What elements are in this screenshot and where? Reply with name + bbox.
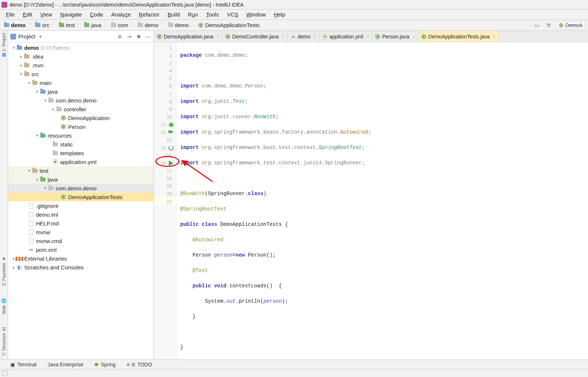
menu-tools[interactable]: Tools — [202, 11, 222, 18]
line-number: 18 — [154, 176, 174, 181]
tw-javaee[interactable]: Java Enterprise — [48, 362, 83, 367]
tree-person[interactable]: CPerson — [8, 122, 154, 131]
menu-run[interactable]: Run — [184, 11, 202, 18]
build-button[interactable]: ▭ — [533, 21, 541, 29]
class-icon: C — [61, 194, 66, 199]
stripe-structure[interactable]: 7: Structure☰ — [1, 326, 7, 356]
tw-terminal[interactable]: ▣Terminal — [10, 362, 37, 367]
locate-icon[interactable]: ⊕ — [117, 34, 123, 40]
tree-java1[interactable]: ▾java — [8, 87, 154, 96]
tab-demo-maven[interactable]: mdemo× — [288, 31, 319, 42]
folder-icon — [24, 72, 29, 76]
hammer-icon[interactable]: ⚒ — [544, 21, 552, 29]
tree-mvn[interactable]: ▸.mvn — [8, 61, 154, 70]
crumb-tests[interactable]: CDemoApplicationTests — [196, 22, 261, 28]
md-icon — [29, 221, 33, 226]
folder-icon — [53, 151, 58, 155]
tab-demoapplication[interactable]: CDemoApplication.java× — [154, 31, 222, 42]
tree-test[interactable]: ▾test — [8, 166, 154, 175]
tree-java2[interactable]: ▾java — [8, 175, 154, 184]
tree-idea[interactable]: ▸.idea — [8, 52, 154, 61]
test-folder-icon — [40, 178, 45, 182]
tree-iml[interactable]: demo.iml — [8, 210, 154, 219]
menubar: File Edit View Navigate Code Analyze Ref… — [0, 10, 588, 20]
tree-appyml[interactable]: application.yml — [8, 157, 154, 166]
tree-pkg2[interactable]: ▾com.demo.demo — [8, 184, 154, 193]
file-icon — [29, 229, 33, 235]
project-view-title[interactable]: Project — [18, 33, 36, 40]
tree-resources[interactable]: ▾resources — [8, 131, 154, 140]
close-icon[interactable]: × — [493, 34, 496, 39]
crumb-com[interactable]: com — [109, 22, 130, 28]
menu-window[interactable]: Window — [243, 11, 269, 18]
menu-analyze[interactable]: Analyze — [107, 11, 134, 18]
close-icon[interactable]: × — [313, 34, 316, 39]
settings-icon[interactable]: ✱ — [136, 34, 142, 40]
spring-icon — [53, 159, 58, 164]
tw-spring[interactable]: Spring — [94, 362, 115, 367]
class-icon: C — [559, 23, 564, 27]
tree-controller[interactable]: ▸controller — [8, 105, 154, 113]
menu-view[interactable]: View — [37, 11, 56, 18]
bean-icon[interactable] — [168, 145, 174, 151]
file-icon — [29, 203, 33, 209]
tab-application-yml[interactable]: application.yml× — [319, 31, 372, 42]
close-icon[interactable]: × — [282, 34, 285, 39]
crumb-demo[interactable]: demo — [2, 22, 27, 28]
line-number: 1 — [154, 45, 174, 51]
menu-build[interactable]: Build — [164, 11, 183, 18]
dropdown-icon[interactable]: ▼ — [38, 34, 42, 39]
close-icon[interactable]: × — [366, 34, 369, 39]
tree-scratches[interactable]: ▸◐Scratches and Consoles — [8, 263, 154, 272]
intellij-icon — [1, 2, 7, 8]
run-config[interactable]: C DemoA — [556, 22, 585, 29]
tw-todo[interactable]: ≡6: TODO — [127, 362, 152, 367]
menu-navigate[interactable]: Navigate — [56, 11, 85, 18]
menu-file[interactable]: File — [2, 11, 18, 18]
line-number: 2 — [154, 53, 174, 58]
crumb-test[interactable]: test — [57, 22, 76, 28]
stripe-project[interactable]: 1: Project — [1, 33, 7, 57]
stripe-web[interactable]: Web🌐 — [1, 298, 7, 314]
tab-demoapplicationtests[interactable]: CDemoApplicationTests.java× — [418, 31, 499, 42]
collapse-icon[interactable]: ⇥ — [126, 34, 132, 40]
tree-pom[interactable]: mpom.xml — [8, 245, 154, 254]
run-test-icon[interactable] — [168, 160, 174, 166]
tree-root[interactable]: ▾ demoD:\Y2\demo — [8, 43, 154, 52]
tab-person[interactable]: CPerson.java× — [372, 31, 418, 42]
close-icon[interactable]: × — [412, 34, 415, 39]
stripe-favorites[interactable]: 2: Favorites★ — [1, 256, 7, 286]
menu-edit[interactable]: Edit — [19, 11, 36, 18]
close-icon[interactable]: × — [216, 34, 219, 39]
run-class-icon[interactable] — [168, 130, 174, 135]
menu-code[interactable]: Code — [86, 11, 107, 18]
hide-icon[interactable]: — — [145, 34, 151, 40]
tree-mvnwcmd[interactable]: mvnw.cmd — [8, 236, 154, 245]
tab-democontroller[interactable]: CDemoController.java× — [222, 31, 288, 42]
tree-src[interactable]: ▾src — [8, 70, 154, 78]
project-panel: Project ▼ ⊕ ⇥ ✱ — ▾ demoD:\Y2\demo ▸.ide… — [8, 31, 154, 359]
crumb-java[interactable]: java — [82, 22, 103, 28]
tree-gitignore[interactable]: .gitignore — [8, 201, 154, 210]
tree-mvnw[interactable]: mvnw — [8, 228, 154, 236]
tree-static[interactable]: static — [8, 140, 154, 149]
code[interactable]: package com.demo.demo; import com.demo.d… — [177, 42, 588, 359]
spring-leaf-icon[interactable] — [168, 122, 174, 128]
menu-refactor[interactable]: Refactor — [135, 11, 163, 18]
crumb-demo2[interactable]: demo — [136, 22, 160, 28]
crumb-demo3[interactable]: demo — [166, 22, 191, 28]
tree-help[interactable]: HELP.md — [8, 219, 154, 228]
class-icon: C — [61, 124, 66, 129]
tree-demoapp[interactable]: CDemoApplication — [8, 113, 154, 122]
tree-tests[interactable]: CDemoApplicationTests — [8, 193, 154, 201]
tree-templates[interactable]: templates — [8, 149, 154, 157]
project-tree[interactable]: ▾ demoD:\Y2\demo ▸.idea ▸.mvn ▾src ▾main… — [8, 42, 154, 359]
tree-extlib[interactable]: ▸▮▮▮External Libraries — [8, 254, 154, 263]
menu-help[interactable]: Help — [270, 11, 289, 18]
menu-vcs[interactable]: VCS — [223, 11, 242, 18]
tree-main[interactable]: ▾main — [8, 78, 154, 87]
gutter[interactable]: 1 2 3 4 5 6 7 8 9 10 11 12 13 14 15 16 1… — [154, 42, 177, 359]
status-icon[interactable] — [2, 371, 7, 376]
tree-pkg1[interactable]: ▾com.demo.demo — [8, 96, 154, 105]
crumb-src[interactable]: src — [33, 22, 51, 28]
